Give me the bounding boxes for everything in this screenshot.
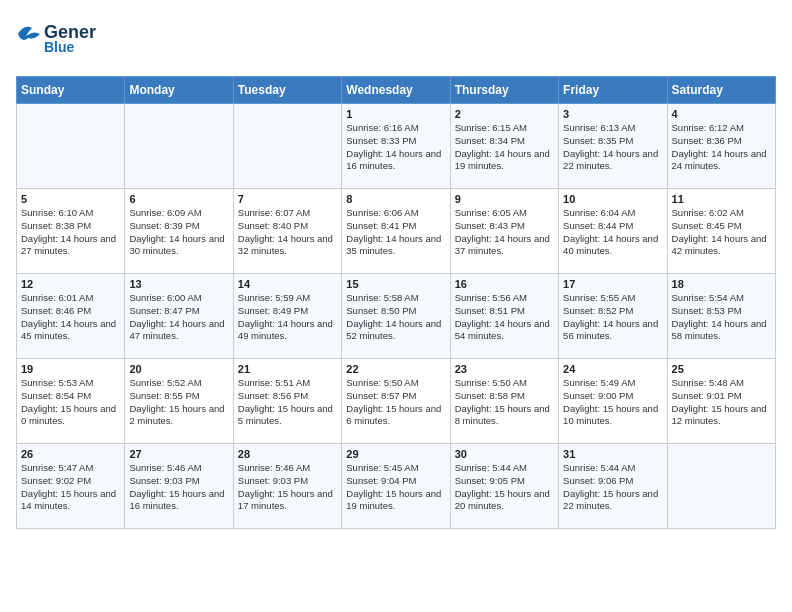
day-number: 25 [672,363,771,375]
day-number: 31 [563,448,662,460]
calendar-cell: 6Sunrise: 6:09 AM Sunset: 8:39 PM Daylig… [125,189,233,274]
calendar-cell: 18Sunrise: 5:54 AM Sunset: 8:53 PM Dayli… [667,274,775,359]
day-number: 17 [563,278,662,290]
day-of-week-header: Sunday [17,77,125,104]
svg-text:Blue: Blue [44,39,75,55]
page-header: GeneralBlue [16,16,776,66]
calendar-header: SundayMondayTuesdayWednesdayThursdayFrid… [17,77,776,104]
calendar-cell: 8Sunrise: 6:06 AM Sunset: 8:41 PM Daylig… [342,189,450,274]
calendar-cell [17,104,125,189]
day-number: 10 [563,193,662,205]
day-content: Sunrise: 6:16 AM Sunset: 8:33 PM Dayligh… [346,122,445,173]
logo: GeneralBlue [16,16,96,66]
calendar-cell: 14Sunrise: 5:59 AM Sunset: 8:49 PM Dayli… [233,274,341,359]
day-of-week-header: Tuesday [233,77,341,104]
day-content: Sunrise: 5:56 AM Sunset: 8:51 PM Dayligh… [455,292,554,343]
day-number: 24 [563,363,662,375]
day-content: Sunrise: 6:06 AM Sunset: 8:41 PM Dayligh… [346,207,445,258]
calendar-cell: 29Sunrise: 5:45 AM Sunset: 9:04 PM Dayli… [342,444,450,529]
calendar-cell: 21Sunrise: 5:51 AM Sunset: 8:56 PM Dayli… [233,359,341,444]
day-number: 12 [21,278,120,290]
day-content: Sunrise: 5:58 AM Sunset: 8:50 PM Dayligh… [346,292,445,343]
day-number: 16 [455,278,554,290]
calendar-cell: 20Sunrise: 5:52 AM Sunset: 8:55 PM Dayli… [125,359,233,444]
calendar-cell: 16Sunrise: 5:56 AM Sunset: 8:51 PM Dayli… [450,274,558,359]
day-number: 13 [129,278,228,290]
calendar-cell: 24Sunrise: 5:49 AM Sunset: 9:00 PM Dayli… [559,359,667,444]
day-number: 18 [672,278,771,290]
day-number: 27 [129,448,228,460]
day-content: Sunrise: 6:10 AM Sunset: 8:38 PM Dayligh… [21,207,120,258]
calendar-cell: 3Sunrise: 6:13 AM Sunset: 8:35 PM Daylig… [559,104,667,189]
day-number: 5 [21,193,120,205]
day-number: 20 [129,363,228,375]
day-content: Sunrise: 6:07 AM Sunset: 8:40 PM Dayligh… [238,207,337,258]
day-content: Sunrise: 5:49 AM Sunset: 9:00 PM Dayligh… [563,377,662,428]
day-number: 1 [346,108,445,120]
day-of-week-header: Friday [559,77,667,104]
day-content: Sunrise: 6:13 AM Sunset: 8:35 PM Dayligh… [563,122,662,173]
day-content: Sunrise: 5:50 AM Sunset: 8:57 PM Dayligh… [346,377,445,428]
day-of-week-header: Monday [125,77,233,104]
day-number: 7 [238,193,337,205]
day-number: 14 [238,278,337,290]
day-content: Sunrise: 5:45 AM Sunset: 9:04 PM Dayligh… [346,462,445,513]
day-number: 2 [455,108,554,120]
day-number: 6 [129,193,228,205]
calendar-cell: 13Sunrise: 6:00 AM Sunset: 8:47 PM Dayli… [125,274,233,359]
calendar-cell: 30Sunrise: 5:44 AM Sunset: 9:05 PM Dayli… [450,444,558,529]
day-content: Sunrise: 5:47 AM Sunset: 9:02 PM Dayligh… [21,462,120,513]
day-number: 29 [346,448,445,460]
day-content: Sunrise: 6:12 AM Sunset: 8:36 PM Dayligh… [672,122,771,173]
day-content: Sunrise: 6:01 AM Sunset: 8:46 PM Dayligh… [21,292,120,343]
day-of-week-header: Saturday [667,77,775,104]
day-content: Sunrise: 5:51 AM Sunset: 8:56 PM Dayligh… [238,377,337,428]
day-of-week-header: Wednesday [342,77,450,104]
day-number: 4 [672,108,771,120]
day-content: Sunrise: 5:44 AM Sunset: 9:05 PM Dayligh… [455,462,554,513]
day-content: Sunrise: 5:54 AM Sunset: 8:53 PM Dayligh… [672,292,771,343]
calendar-cell: 10Sunrise: 6:04 AM Sunset: 8:44 PM Dayli… [559,189,667,274]
calendar-table: SundayMondayTuesdayWednesdayThursdayFrid… [16,76,776,529]
day-content: Sunrise: 5:44 AM Sunset: 9:06 PM Dayligh… [563,462,662,513]
day-number: 8 [346,193,445,205]
day-number: 21 [238,363,337,375]
day-number: 11 [672,193,771,205]
calendar-cell: 26Sunrise: 5:47 AM Sunset: 9:02 PM Dayli… [17,444,125,529]
day-content: Sunrise: 6:00 AM Sunset: 8:47 PM Dayligh… [129,292,228,343]
calendar-cell: 19Sunrise: 5:53 AM Sunset: 8:54 PM Dayli… [17,359,125,444]
day-number: 9 [455,193,554,205]
calendar-cell: 27Sunrise: 5:46 AM Sunset: 9:03 PM Dayli… [125,444,233,529]
calendar-cell: 4Sunrise: 6:12 AM Sunset: 8:36 PM Daylig… [667,104,775,189]
day-content: Sunrise: 5:59 AM Sunset: 8:49 PM Dayligh… [238,292,337,343]
day-content: Sunrise: 5:53 AM Sunset: 8:54 PM Dayligh… [21,377,120,428]
day-number: 30 [455,448,554,460]
day-content: Sunrise: 6:04 AM Sunset: 8:44 PM Dayligh… [563,207,662,258]
day-number: 23 [455,363,554,375]
calendar-cell: 11Sunrise: 6:02 AM Sunset: 8:45 PM Dayli… [667,189,775,274]
calendar-cell: 31Sunrise: 5:44 AM Sunset: 9:06 PM Dayli… [559,444,667,529]
day-content: Sunrise: 6:05 AM Sunset: 8:43 PM Dayligh… [455,207,554,258]
day-content: Sunrise: 6:02 AM Sunset: 8:45 PM Dayligh… [672,207,771,258]
calendar-cell: 15Sunrise: 5:58 AM Sunset: 8:50 PM Dayli… [342,274,450,359]
calendar-cell: 23Sunrise: 5:50 AM Sunset: 8:58 PM Dayli… [450,359,558,444]
calendar-week-row: 1Sunrise: 6:16 AM Sunset: 8:33 PM Daylig… [17,104,776,189]
day-content: Sunrise: 5:55 AM Sunset: 8:52 PM Dayligh… [563,292,662,343]
calendar-cell [233,104,341,189]
calendar-cell: 22Sunrise: 5:50 AM Sunset: 8:57 PM Dayli… [342,359,450,444]
calendar-cell: 17Sunrise: 5:55 AM Sunset: 8:52 PM Dayli… [559,274,667,359]
day-content: Sunrise: 6:09 AM Sunset: 8:39 PM Dayligh… [129,207,228,258]
calendar-cell: 12Sunrise: 6:01 AM Sunset: 8:46 PM Dayli… [17,274,125,359]
calendar-cell: 9Sunrise: 6:05 AM Sunset: 8:43 PM Daylig… [450,189,558,274]
day-number: 15 [346,278,445,290]
day-number: 19 [21,363,120,375]
day-number: 28 [238,448,337,460]
calendar-week-row: 12Sunrise: 6:01 AM Sunset: 8:46 PM Dayli… [17,274,776,359]
calendar-cell: 5Sunrise: 6:10 AM Sunset: 8:38 PM Daylig… [17,189,125,274]
day-content: Sunrise: 5:52 AM Sunset: 8:55 PM Dayligh… [129,377,228,428]
day-content: Sunrise: 5:50 AM Sunset: 8:58 PM Dayligh… [455,377,554,428]
day-content: Sunrise: 5:48 AM Sunset: 9:01 PM Dayligh… [672,377,771,428]
calendar-week-row: 26Sunrise: 5:47 AM Sunset: 9:02 PM Dayli… [17,444,776,529]
calendar-cell: 28Sunrise: 5:46 AM Sunset: 9:03 PM Dayli… [233,444,341,529]
day-content: Sunrise: 5:46 AM Sunset: 9:03 PM Dayligh… [129,462,228,513]
